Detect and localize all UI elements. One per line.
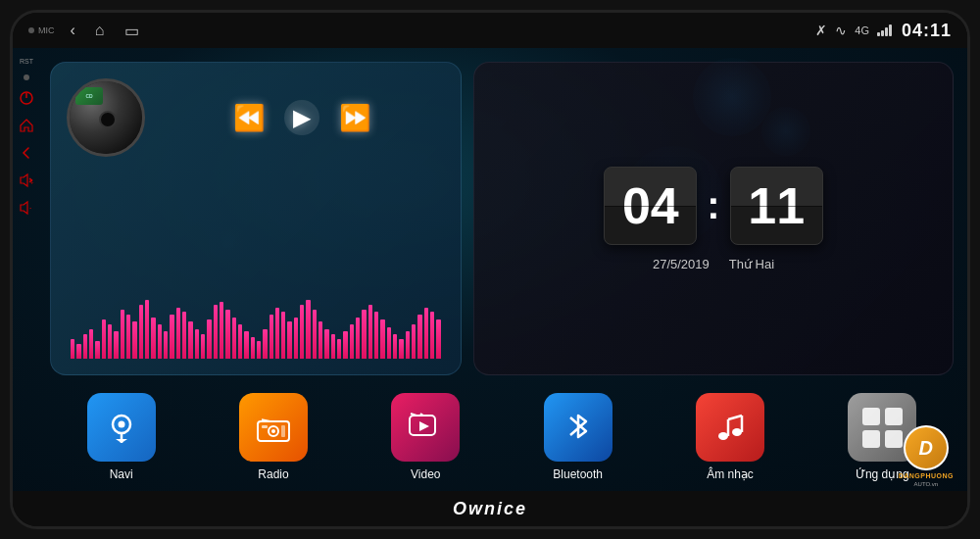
eq-bar bbox=[89, 329, 93, 359]
brand-name: Ownice bbox=[453, 499, 527, 519]
eq-bar bbox=[238, 324, 242, 359]
status-right: ✗ ∿ 4G 04:11 bbox=[815, 21, 952, 41]
eq-bar bbox=[132, 321, 136, 359]
svg-text:+: + bbox=[30, 179, 34, 185]
eq-bar bbox=[121, 310, 124, 359]
eq-bar bbox=[412, 324, 416, 359]
video-label: Video bbox=[411, 467, 440, 481]
eq-bar bbox=[188, 321, 192, 359]
apps-section: Navi Radio bbox=[42, 385, 967, 491]
svg-marker-3 bbox=[21, 174, 27, 186]
eq-bar bbox=[71, 339, 74, 359]
app-navi[interactable]: Navi bbox=[77, 393, 166, 481]
equalizer bbox=[67, 300, 445, 359]
date-display: 27/5/2019 bbox=[653, 257, 710, 271]
mic-dot bbox=[28, 27, 34, 33]
eq-bar bbox=[164, 331, 168, 359]
eq-bar bbox=[306, 300, 310, 359]
date-info: 27/5/2019 Thứ Hai bbox=[653, 257, 774, 271]
svg-marker-8 bbox=[21, 202, 27, 214]
radio-icon-bg bbox=[239, 393, 308, 462]
eq-bar bbox=[257, 341, 261, 359]
eq-bar bbox=[313, 310, 317, 359]
logo-sub2: AUTO.vn bbox=[914, 481, 939, 487]
play-button[interactable]: ▶ bbox=[284, 100, 319, 135]
svg-marker-13 bbox=[116, 439, 127, 443]
app-music[interactable]: Âm nhạc bbox=[686, 393, 774, 481]
svg-marker-21 bbox=[419, 421, 429, 431]
rewind-button[interactable]: ⏪ bbox=[233, 103, 265, 133]
navi-icon-bg bbox=[87, 393, 156, 462]
signal-bar-2 bbox=[881, 30, 884, 36]
eq-bar bbox=[343, 331, 347, 359]
eq-bar bbox=[244, 331, 248, 359]
app-video[interactable]: Video bbox=[381, 393, 469, 481]
eq-bar bbox=[406, 331, 410, 359]
bluetooth-icon bbox=[561, 410, 596, 445]
flip-minute: 11 bbox=[730, 167, 823, 245]
clock-colon: : bbox=[705, 183, 721, 227]
forward-button[interactable]: ⏩ bbox=[339, 103, 370, 133]
eq-bar bbox=[114, 331, 118, 359]
signal-label: 4G bbox=[855, 24, 869, 36]
eq-bar bbox=[281, 312, 285, 359]
svg-point-25 bbox=[732, 428, 742, 436]
eq-bar bbox=[83, 334, 87, 359]
rst-label: RST bbox=[20, 58, 33, 65]
volume-up-button[interactable]: + bbox=[17, 171, 36, 190]
eq-bar bbox=[380, 319, 384, 359]
eq-bar bbox=[251, 337, 255, 359]
signal-bar-1 bbox=[877, 32, 880, 36]
eq-bar bbox=[145, 300, 149, 359]
signal-bar-3 bbox=[885, 27, 888, 36]
eq-bar bbox=[195, 329, 199, 359]
volume-down-button[interactable]: - bbox=[17, 198, 36, 218]
logo-circle: D bbox=[904, 425, 949, 470]
eq-bar bbox=[331, 334, 335, 359]
music-icon-bg bbox=[696, 393, 764, 462]
main-content: CD ⏪ ▶ ⏩ 04 : 11 bbox=[13, 48, 967, 491]
bluetooth-status-icon: ✗ bbox=[815, 23, 827, 38]
grid-dot-3 bbox=[862, 430, 880, 448]
player-controls: ⏪ ▶ ⏩ bbox=[159, 100, 445, 135]
app-bluetooth[interactable]: Bluetooth bbox=[534, 393, 622, 481]
radio-icon bbox=[254, 410, 293, 445]
eq-bar bbox=[294, 318, 298, 359]
eq-bar bbox=[436, 319, 440, 359]
eq-bar bbox=[102, 319, 106, 359]
wifi-status-icon: ∿ bbox=[835, 23, 847, 38]
back-side-button[interactable] bbox=[17, 143, 36, 163]
music-note-icon bbox=[712, 410, 748, 445]
eq-bar bbox=[362, 310, 366, 359]
grid-dot-1 bbox=[862, 408, 880, 425]
home-nav-icon[interactable]: ⌂ bbox=[95, 22, 105, 39]
flip-hour: 04 bbox=[604, 167, 697, 245]
app-radio[interactable]: Radio bbox=[229, 393, 318, 481]
home-side-button[interactable] bbox=[17, 116, 36, 135]
eq-bar bbox=[350, 324, 354, 359]
nav-icons: ‹ ⌂ ▭ bbox=[71, 22, 139, 40]
eq-bar bbox=[151, 318, 155, 359]
eq-bar bbox=[108, 324, 112, 359]
eq-bar bbox=[182, 312, 186, 359]
power-button[interactable] bbox=[17, 88, 36, 108]
logo-letter: D bbox=[919, 437, 933, 460]
day-display: Thứ Hai bbox=[729, 257, 774, 271]
eq-bar bbox=[225, 310, 229, 359]
back-nav-icon[interactable]: ‹ bbox=[71, 22, 75, 39]
svg-marker-2 bbox=[21, 120, 32, 131]
navi-label: Navi bbox=[110, 467, 133, 481]
bluetooth-label: Bluetooth bbox=[553, 467, 603, 481]
eq-bar bbox=[76, 344, 80, 359]
mic-indicator: MIC bbox=[28, 25, 55, 35]
recents-nav-icon[interactable]: ▭ bbox=[124, 22, 139, 40]
top-section: CD ⏪ ▶ ⏩ 04 : 11 bbox=[42, 48, 967, 385]
eq-bar bbox=[95, 341, 99, 359]
eq-bar bbox=[337, 339, 341, 359]
eq-bar bbox=[300, 305, 304, 359]
location-icon bbox=[104, 410, 139, 445]
eq-bar bbox=[207, 319, 211, 359]
svg-point-16 bbox=[271, 429, 275, 433]
grid-dot-2 bbox=[885, 408, 903, 425]
music-label: Âm nhạc bbox=[707, 467, 754, 481]
